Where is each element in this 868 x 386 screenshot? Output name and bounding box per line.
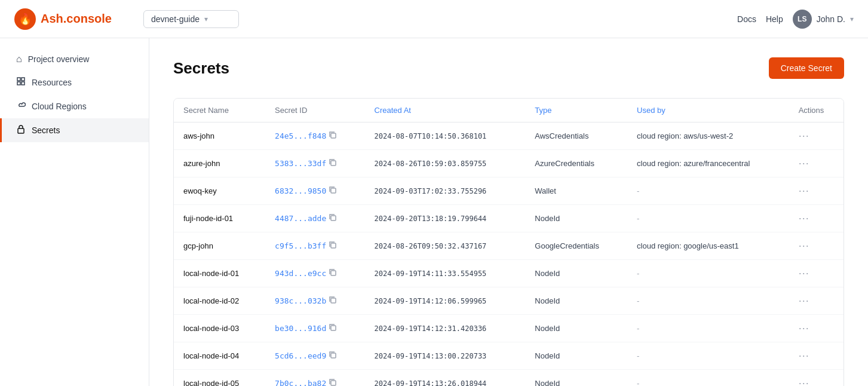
copy-icon[interactable] — [329, 186, 337, 196]
cell-type: GoogleCredentials — [525, 232, 627, 260]
cell-secret-id: 5cd6...eed9 — [265, 342, 364, 370]
cell-type: NodeId — [525, 260, 627, 287]
used-by-dash: - — [637, 296, 639, 305]
cell-used-by: cloud region: aws/us-west-2 — [627, 122, 789, 150]
cell-used-by: - — [627, 205, 789, 232]
used-by-value: cloud region: azure/francecentral — [637, 159, 750, 168]
svg-rect-10 — [331, 326, 336, 330]
table-row: local-node-id-02 938c...032b 2024-09-19T… — [174, 287, 844, 315]
cell-created-at: 2024-08-26T09:50:32.437167 — [365, 232, 526, 260]
user-chevron-icon: ▾ — [850, 15, 854, 23]
table-row: aws-john 24e5...f848 2024-08-07T10:14:50… — [174, 122, 844, 150]
cell-secret-id: 5383...33df — [265, 150, 364, 177]
project-name: devnet-guide — [151, 14, 200, 24]
cell-secret-id: 943d...e9cc — [265, 260, 364, 287]
svg-rect-5 — [331, 188, 336, 193]
copy-icon[interactable] — [329, 378, 337, 386]
cell-type: NodeId — [525, 315, 627, 342]
svg-rect-8 — [331, 271, 336, 275]
col-used-by: Used by — [627, 99, 789, 122]
create-secret-button[interactable]: Create Secret — [769, 57, 844, 79]
logo-area: 🔥 Ash.console — [14, 8, 134, 30]
cell-created-at: 2024-09-20T13:18:19.799644 — [365, 205, 526, 232]
sidebar-item-project-overview[interactable]: ⌂ Project overview — [0, 48, 149, 71]
cell-secret-name: local-node-id-02 — [174, 287, 265, 315]
svg-rect-2 — [18, 128, 24, 133]
svg-rect-4 — [331, 161, 336, 166]
cell-secret-id: 6832...9850 — [265, 177, 364, 205]
svg-rect-6 — [331, 216, 336, 220]
copy-icon[interactable] — [329, 351, 337, 361]
project-selector[interactable]: devnet-guide ▾ — [143, 10, 239, 28]
cell-actions: ··· — [789, 122, 844, 150]
col-secret-name: Secret Name — [174, 99, 265, 122]
actions-menu-button[interactable]: ··· — [799, 295, 809, 307]
topnav: 🔥 Ash.console devnet-guide ▾ Docs Help L… — [0, 0, 868, 38]
sidebar-item-cloud-regions[interactable]: Cloud Regions — [0, 94, 149, 118]
col-secret-id: Secret ID — [265, 99, 364, 122]
actions-menu-button[interactable]: ··· — [799, 130, 809, 142]
main-content: Secrets Create Secret Secret Name Secret… — [149, 38, 868, 386]
cell-type: NodeId — [525, 287, 627, 315]
actions-menu-button[interactable]: ··· — [799, 350, 809, 362]
cell-secret-id: be30...916d — [265, 315, 364, 342]
sidebar-item-resources[interactable]: Resources — [0, 71, 149, 94]
copy-icon[interactable] — [329, 323, 337, 333]
used-by-dash: - — [637, 324, 639, 333]
col-type: Type — [525, 99, 627, 122]
copy-icon[interactable] — [329, 241, 337, 251]
sidebar-item-secrets[interactable]: Secrets — [0, 118, 149, 142]
cell-actions: ··· — [789, 315, 844, 342]
cell-used-by: cloud region: azure/francecentral — [627, 150, 789, 177]
cell-type: AzureCredentials — [525, 150, 627, 177]
cell-actions: ··· — [789, 287, 844, 315]
copy-icon[interactable] — [329, 296, 337, 306]
col-actions: Actions — [789, 99, 844, 122]
cell-created-at: 2024-08-07T10:14:50.368101 — [365, 122, 526, 150]
cell-secret-name: azure-john — [174, 150, 265, 177]
cell-secret-name: local-node-id-04 — [174, 342, 265, 370]
cell-actions: ··· — [789, 260, 844, 287]
cell-used-by: - — [627, 315, 789, 342]
cell-actions: ··· — [789, 232, 844, 260]
svg-rect-9 — [331, 298, 336, 303]
user-area[interactable]: LS John D. ▾ — [793, 10, 854, 29]
avatar: LS — [793, 10, 812, 29]
cell-secret-id: 24e5...f848 — [265, 122, 364, 150]
help-link[interactable]: Help — [766, 14, 783, 24]
cell-used-by: - — [627, 287, 789, 315]
cell-used-by: - — [627, 260, 789, 287]
cell-created-at: 2024-09-19T14:13:00.220733 — [365, 342, 526, 370]
cell-created-at: 2024-09-19T14:13:26.018944 — [365, 370, 526, 387]
svg-rect-3 — [331, 133, 336, 138]
actions-menu-button[interactable]: ··· — [799, 240, 809, 252]
copy-icon[interactable] — [329, 131, 337, 141]
table-row: local-node-id-03 be30...916d 2024-09-19T… — [174, 315, 844, 342]
resources-icon — [16, 76, 26, 88]
copy-icon[interactable] — [329, 268, 337, 278]
col-created-at: Created At — [365, 99, 526, 122]
cell-secret-name: local-node-id-03 — [174, 315, 265, 342]
cell-actions: ··· — [789, 177, 844, 205]
copy-icon[interactable] — [329, 158, 337, 169]
used-by-dash: - — [637, 186, 639, 195]
cell-secret-name: fuji-node-id-01 — [174, 205, 265, 232]
table-row: local-node-id-05 7b0c...ba82 2024-09-19T… — [174, 370, 844, 387]
actions-menu-button[interactable]: ··· — [799, 267, 809, 279]
cell-actions: ··· — [789, 150, 844, 177]
copy-icon[interactable] — [329, 213, 337, 223]
sidebar-label-secrets: Secrets — [32, 125, 60, 135]
cell-used-by: - — [627, 370, 789, 387]
actions-menu-button[interactable]: ··· — [799, 185, 809, 197]
secrets-table-container: Secret Name Secret ID Created At Type Us… — [173, 98, 844, 386]
actions-menu-button[interactable]: ··· — [799, 322, 809, 334]
actions-menu-button[interactable]: ··· — [799, 377, 809, 386]
actions-menu-button[interactable]: ··· — [799, 157, 809, 169]
used-by-value: cloud region: aws/us-west-2 — [637, 131, 733, 140]
actions-menu-button[interactable]: ··· — [799, 212, 809, 224]
svg-rect-7 — [331, 243, 336, 248]
cell-secret-id: 7b0c...ba82 — [265, 370, 364, 387]
svg-text:🔥: 🔥 — [19, 13, 32, 26]
docs-link[interactable]: Docs — [737, 14, 756, 24]
sidebar-label-resources: Resources — [32, 78, 72, 87]
